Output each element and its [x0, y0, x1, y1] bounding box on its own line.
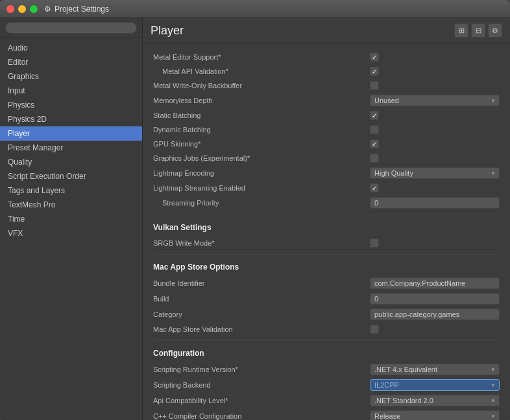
setting-label-other-settings-top-1: Metal API Validation* — [153, 67, 370, 75]
sidebar-item-physics2d[interactable]: Physics 2D — [0, 112, 142, 126]
setting-row-vulkan-settings-0: SRGB Write Mode* — [153, 236, 500, 250]
sidebar-item-input[interactable]: Input — [0, 84, 142, 98]
setting-label-mac-app-store-1: Build — [153, 295, 370, 303]
setting-label-mac-app-store-2: Category — [153, 310, 370, 318]
setting-control-other-settings-top-2 — [370, 81, 500, 90]
minimize-button[interactable] — [18, 5, 26, 13]
checkbox-other-settings-top-6[interactable] — [370, 139, 379, 148]
panel-icon-layout[interactable]: ⊞ — [454, 23, 468, 38]
select-other-settings-top-3[interactable]: UnusedForced — [370, 95, 500, 106]
select-wrapper-configuration-3: DebugReleaseMaster — [370, 410, 500, 420]
checkbox-mac-app-store-3[interactable] — [370, 325, 379, 334]
section-header-mac-app-store: Mac App Store Options — [153, 262, 500, 272]
setting-row-other-settings-top-1: Metal API Validation* — [153, 64, 500, 78]
sidebar-item-time[interactable]: Time — [0, 212, 142, 226]
sidebar-item-scriptorder[interactable]: Script Execution Order — [0, 169, 142, 183]
main-content: AudioEditorGraphicsInputPhysicsPhysics 2… — [0, 18, 510, 420]
maximize-button[interactable] — [30, 5, 38, 13]
section-divider-vulkan-settings — [153, 254, 500, 255]
text-input-other-settings-top-10[interactable] — [370, 197, 500, 209]
setting-control-other-settings-top-7 — [370, 154, 500, 163]
setting-control-other-settings-top-3: UnusedForced — [370, 95, 500, 106]
setting-row-other-settings-top-4: Static Batching — [153, 108, 500, 122]
window-title: Project Settings — [55, 5, 109, 14]
setting-control-other-settings-top-8: Low QualityNormal QualityHigh Quality — [370, 167, 500, 179]
setting-row-mac-app-store-2: Category — [153, 307, 500, 322]
sidebar-list: AudioEditorGraphicsInputPhysicsPhysics 2… — [0, 38, 142, 420]
select-configuration-2[interactable]: .NET Standard 2.0.NET 4.x — [370, 395, 500, 406]
setting-label-other-settings-top-0: Metal Editor Support* — [153, 53, 370, 61]
setting-control-other-settings-top-6 — [370, 139, 500, 148]
setting-label-other-settings-top-7: Graphics Jobs (Experimental)* — [153, 154, 370, 162]
setting-control-other-settings-top-1 — [370, 67, 500, 76]
select-wrapper-other-settings-top-3: UnusedForced — [370, 95, 500, 106]
setting-control-mac-app-store-0 — [370, 277, 500, 289]
checkbox-other-settings-top-9[interactable] — [370, 183, 379, 192]
select-configuration-0[interactable]: .NET 3.5 Equivalent.NET 4.x Equivalent — [370, 364, 500, 375]
select-configuration-3[interactable]: DebugReleaseMaster — [370, 410, 500, 420]
sidebar-item-presetmanager[interactable]: Preset Manager — [0, 141, 142, 155]
sidebar-item-tagslayers[interactable]: Tags and Layers — [0, 183, 142, 198]
panel-title: Player — [151, 24, 184, 38]
setting-label-mac-app-store-3: Mac App Store Validation — [153, 325, 370, 333]
sidebar-item-vfx[interactable]: VFX — [0, 226, 142, 240]
sidebar-item-player[interactable]: Player — [0, 126, 142, 141]
setting-label-other-settings-top-5: Dynamic Batching — [153, 126, 370, 134]
select-configuration-1[interactable]: MonoIL2CPP — [370, 379, 500, 391]
settings-scroll[interactable]: Metal Editor Support*Metal API Validatio… — [143, 43, 510, 420]
select-other-settings-top-8[interactable]: Low QualityNormal QualityHigh Quality — [370, 167, 500, 179]
setting-row-mac-app-store-3: Mac App Store Validation — [153, 322, 500, 336]
checkbox-other-settings-top-0[interactable] — [370, 52, 379, 62]
sidebar-item-physics[interactable]: Physics — [0, 98, 142, 112]
setting-row-configuration-1: Scripting BackendMonoIL2CPP — [153, 377, 500, 393]
setting-label-other-settings-top-9: Lightmap Streaming Enabled — [153, 184, 370, 192]
setting-control-mac-app-store-3 — [370, 325, 500, 334]
setting-label-configuration-3: C++ Compiler Configuration — [153, 412, 370, 420]
select-wrapper-configuration-0: .NET 3.5 Equivalent.NET 4.x Equivalent — [370, 364, 500, 375]
setting-row-other-settings-top-0: Metal Editor Support* — [153, 50, 500, 64]
title-text: ⚙ Project Settings — [44, 5, 109, 14]
gear-icon: ⚙ — [44, 5, 51, 14]
text-input-mac-app-store-1[interactable] — [370, 293, 500, 305]
setting-row-mac-app-store-0: Bundle Identifier — [153, 275, 500, 291]
sidebar-item-audio[interactable]: Audio — [0, 41, 142, 55]
setting-control-mac-app-store-2 — [370, 309, 500, 320]
checkbox-other-settings-top-4[interactable] — [370, 111, 379, 120]
setting-label-configuration-0: Scripting Runtime Version* — [153, 366, 370, 373]
setting-label-vulkan-settings-0: SRGB Write Mode* — [153, 239, 370, 247]
setting-row-configuration-3: C++ Compiler ConfigurationDebugReleaseMa… — [153, 408, 500, 420]
checkbox-vulkan-settings-0[interactable] — [370, 239, 379, 248]
sidebar-item-quality[interactable]: Quality — [0, 155, 142, 169]
window-controls — [6, 5, 38, 13]
sidebar-item-graphics[interactable]: Graphics — [0, 69, 142, 84]
section-header-configuration: Configuration — [153, 349, 500, 358]
setting-label-configuration-1: Scripting Backend — [153, 381, 370, 389]
setting-label-mac-app-store-0: Bundle Identifier — [153, 279, 370, 287]
select-wrapper-configuration-1: MonoIL2CPP — [370, 379, 500, 391]
setting-control-other-settings-top-4 — [370, 111, 500, 120]
sidebar-item-editor[interactable]: Editor — [0, 55, 142, 69]
setting-row-other-settings-top-7: Graphics Jobs (Experimental)* — [153, 151, 500, 165]
setting-control-other-settings-top-5 — [370, 125, 500, 134]
sidebar-item-textmeshpro[interactable]: TextMesh Pro — [0, 198, 142, 212]
search-bar — [0, 18, 142, 38]
text-input-mac-app-store-2[interactable] — [370, 309, 500, 320]
title-bar: ⚙ Project Settings — [0, 0, 510, 18]
panel-icon-collapse[interactable]: ⊟ — [471, 23, 485, 38]
section-header-vulkan-settings: Vulkan Settings — [153, 223, 500, 232]
close-button[interactable] — [6, 5, 14, 13]
setting-control-vulkan-settings-0 — [370, 239, 500, 248]
text-input-mac-app-store-0[interactable] — [370, 277, 500, 289]
panel-icon-settings[interactable]: ⚙ — [488, 23, 502, 38]
checkbox-other-settings-top-5[interactable] — [370, 125, 379, 134]
checkbox-other-settings-top-7[interactable] — [370, 154, 379, 163]
search-input[interactable] — [5, 22, 137, 34]
section-divider-other-settings-top — [153, 215, 500, 215]
checkbox-other-settings-top-1[interactable] — [370, 67, 379, 76]
setting-row-other-settings-top-3: Memoryless DepthUnusedForced — [153, 93, 500, 108]
checkbox-other-settings-top-2[interactable] — [370, 81, 379, 90]
setting-row-other-settings-top-8: Lightmap EncodingLow QualityNormal Quali… — [153, 165, 500, 181]
setting-label-other-settings-top-6: GPU Skinning* — [153, 140, 370, 148]
setting-control-configuration-1: MonoIL2CPP — [370, 379, 500, 391]
setting-row-configuration-2: Api Compatibility Level*.NET Standard 2.… — [153, 393, 500, 408]
